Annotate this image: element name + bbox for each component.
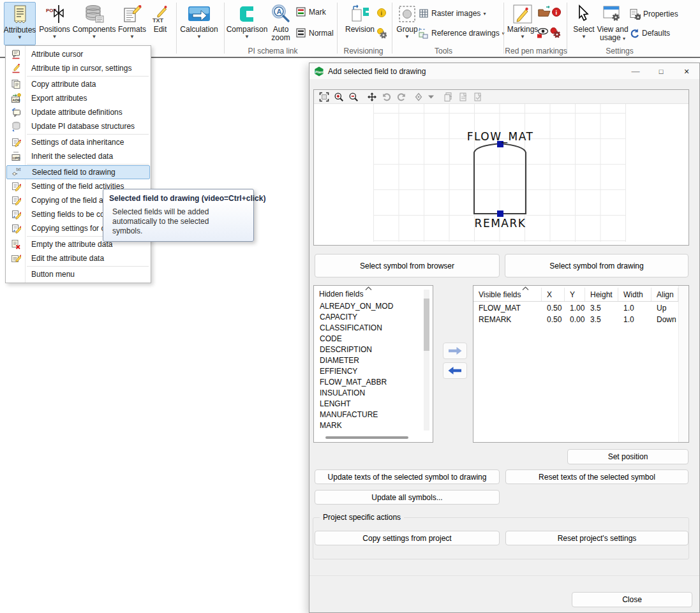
- hidden-field-item[interactable]: CODE: [316, 334, 421, 344]
- zoom-in-icon[interactable]: [333, 91, 344, 102]
- drawing-canvas[interactable]: FLOW_MAT REMARK: [314, 104, 689, 245]
- target-icon[interactable]: [413, 91, 424, 102]
- ribbon-button-attributes[interactable]: Attributes ▼: [4, 2, 36, 45]
- zoom-extents-icon[interactable]: [318, 91, 329, 102]
- attributes-dropdown-menu: Attribute cursorAttribute tip in cursor,…: [5, 45, 151, 283]
- markings-settings-button[interactable]: [550, 27, 560, 38]
- ribbon-button-auto-zoom[interactable]: A Auto zoom: [268, 2, 294, 45]
- visible-fields-scroll-gutter[interactable]: [678, 286, 689, 442]
- select-symbol-from-browser-button[interactable]: Select symbol from browser: [315, 254, 500, 277]
- zoom-out-icon[interactable]: [348, 91, 359, 102]
- revision-settings-button[interactable]: [376, 28, 387, 38]
- hidden-fields-list: ALREADY_ON_MODCAPACITYCLASSIFICATIONCODE…: [316, 301, 421, 432]
- visible-fields-column-header[interactable]: Y: [565, 288, 585, 301]
- ribbon-button-raster-images[interactable]: Raster images ▾: [419, 8, 486, 18]
- menu-item-settings-of-data-inheritance[interactable]: Settings of data inheritance: [6, 135, 150, 149]
- move-to-hidden-button[interactable]: [443, 362, 467, 379]
- visible-field-row[interactable]: REMARK0.500.003.51.0Down: [473, 314, 678, 325]
- update-all-symbols-button[interactable]: Update all symbols...: [315, 490, 500, 505]
- menu-item-inherit-the-selected-data[interactable]: UPDInherit the selected data: [6, 149, 150, 163]
- visible-fields-column-header[interactable]: X: [542, 288, 565, 301]
- hidden-field-item[interactable]: EFFIENCY: [316, 366, 421, 377]
- paste-field-icon[interactable]: [472, 91, 483, 102]
- open-folder-icon: [538, 6, 551, 18]
- ribbon-button-positions[interactable]: POS Positions ▼: [38, 2, 71, 45]
- ribbon-button-revision[interactable]: Revision: [342, 2, 378, 45]
- ribbon-button-calculation[interactable]: Calculation ▼: [179, 2, 220, 45]
- chevron-down-icon: ▾: [483, 11, 486, 17]
- menu-item-update-attribute-definitions[interactable]: Update attribute definitions: [6, 105, 150, 119]
- ribbon-button-formats[interactable]: Formats ▼: [117, 2, 147, 45]
- hidden-field-item[interactable]: MARK: [316, 420, 421, 431]
- hidden-field-item[interactable]: ALREADY_ON_MOD: [316, 301, 421, 312]
- minimize-icon[interactable]: —: [623, 63, 648, 79]
- update-texts-button[interactable]: Update texts of the selected symbol to d…: [315, 469, 500, 484]
- pan-icon[interactable]: [366, 91, 377, 102]
- menu-item-selected-field-to-drawing[interactable]: txtSelected field to drawing: [6, 165, 150, 179]
- ribbon-button-defaults[interactable]: Defaults: [629, 28, 670, 38]
- ribbon-button-reference-drawings[interactable]: Reference drawings ▾: [417, 27, 505, 39]
- menu-item-edit-the-attribute-data[interactable]: Edit the attribute data: [6, 251, 150, 265]
- hidden-field-item[interactable]: FLOW_MAT_ABBR: [316, 377, 421, 388]
- ribbon-button-select[interactable]: Select ▼: [571, 2, 597, 45]
- ribbon-button-normal[interactable]: Normal: [296, 28, 334, 38]
- copy-settings-from-project-button[interactable]: Copy settings from project: [315, 531, 500, 545]
- menu-item-attribute-tip-in-cursor-settings[interactable]: Attribute tip in cursor, settings: [6, 61, 150, 75]
- ribbon-group-label-pi-schema-link: PI schema link: [220, 47, 325, 55]
- sort-chevron-icon[interactable]: [365, 286, 372, 290]
- ribbon-button-edit[interactable]: TXT Edit: [148, 2, 172, 45]
- move-to-visible-button[interactable]: [443, 343, 467, 359]
- chevron-down-icon[interactable]: [428, 91, 434, 102]
- visible-fields-column-header[interactable]: Visible fields: [473, 288, 542, 301]
- edit-attribute-icon: [6, 253, 26, 263]
- hidden-field-item[interactable]: INSULATION: [316, 388, 421, 399]
- menu-item-update-pi-database-structures[interactable]: Update PI database structures: [6, 119, 150, 133]
- ribbon-button-properties[interactable]: Properties: [629, 8, 678, 20]
- paste-symbol-icon[interactable]: [443, 91, 454, 102]
- ribbon-button-components[interactable]: Components ▼: [72, 2, 116, 45]
- ribbon-button-markings[interactable]: Markings ▼: [508, 2, 537, 45]
- hidden-fields-vscrollbar[interactable]: [424, 290, 429, 431]
- dialog-titlebar[interactable]: Plant Add selected field to drawing — □ …: [309, 63, 699, 79]
- attribute-tip-icon: [6, 63, 26, 73]
- components-icon: [84, 2, 105, 26]
- ribbon-button-group[interactable]: Group ▼: [394, 2, 420, 45]
- visible-fields-header-row[interactable]: Visible fieldsXYHeightWidthAlign: [473, 288, 678, 302]
- reset-projects-settings-button[interactable]: Reset project's settings: [505, 531, 689, 545]
- redo-icon[interactable]: [396, 91, 406, 102]
- menu-item-export-attributes[interactable]: ADBExport attributes: [6, 91, 150, 105]
- visible-fields-column-header[interactable]: Align: [652, 288, 678, 301]
- undo-icon[interactable]: [381, 91, 392, 102]
- ribbon-button-view-and-usage[interactable]: View and usage ▾: [596, 2, 629, 45]
- visible-fields-column-header[interactable]: Width: [618, 288, 652, 301]
- markings-info-button[interactable]: i: [551, 7, 562, 17]
- menu-item-attribute-cursor[interactable]: Attribute cursor: [6, 47, 150, 61]
- svg-text:TXT: TXT: [153, 17, 164, 24]
- hidden-field-item[interactable]: DIAMETER: [316, 355, 421, 366]
- paste-text-icon[interactable]: [458, 91, 468, 102]
- hidden-fields-hscrollbar[interactable]: [318, 435, 421, 440]
- revision-info-button[interactable]: i: [376, 8, 387, 18]
- maximize-icon[interactable]: □: [648, 63, 674, 79]
- hidden-field-item[interactable]: MANUFACTURE: [316, 410, 421, 420]
- hidden-field-item[interactable]: DESCRIPTION: [316, 344, 421, 355]
- visible-fields-column-header[interactable]: Height: [585, 288, 618, 301]
- reset-texts-button[interactable]: Reset texts of the selected symbol: [505, 469, 689, 484]
- set-position-button[interactable]: Set position: [567, 449, 689, 464]
- hidden-fields-header[interactable]: Hidden fields: [319, 290, 363, 299]
- ribbon-button-mark[interactable]: Mark: [296, 7, 326, 17]
- canvas-toolbar: [314, 90, 689, 104]
- hidden-field-item[interactable]: CLASSIFICATION: [316, 323, 421, 334]
- close-icon[interactable]: ×: [674, 63, 699, 79]
- menu-item-copy-attribute-data[interactable]: Copy attribute data: [6, 77, 150, 91]
- menu-item-button-menu[interactable]: Button menu: [6, 267, 150, 281]
- close-button[interactable]: Close: [572, 592, 692, 607]
- hidden-field-item[interactable]: LENGHT: [316, 399, 421, 410]
- visible-field-row[interactable]: FLOW_MAT0.501.003.51.0Up: [473, 302, 678, 314]
- ribbon-button-comparison[interactable]: Comparison ▼: [227, 2, 267, 45]
- field-handle-bottom[interactable]: [497, 210, 503, 217]
- hidden-field-item[interactable]: CAPACITY: [316, 312, 421, 323]
- select-symbol-from-drawing-button[interactable]: Select symbol from drawing: [505, 254, 689, 277]
- markings-visibility-button[interactable]: [537, 27, 548, 39]
- markings-open-button[interactable]: [538, 6, 551, 18]
